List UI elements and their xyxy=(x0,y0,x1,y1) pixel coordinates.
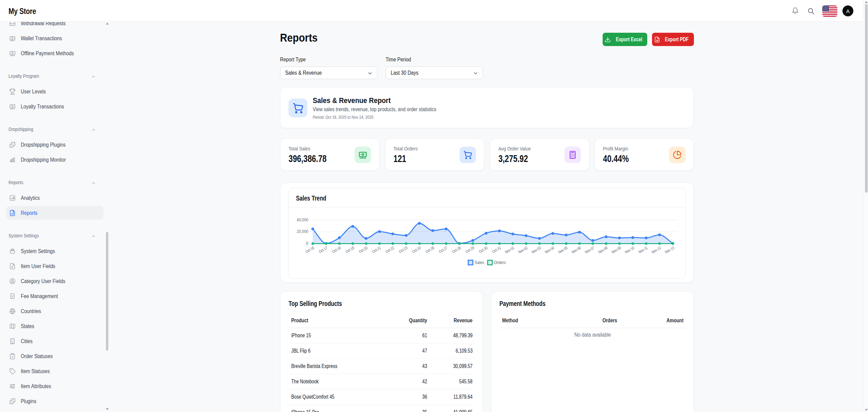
svg-text:Nov 07: Nov 07 xyxy=(584,246,595,254)
svg-text:Oct 27: Oct 27 xyxy=(438,246,448,254)
svg-text:Nov 13: Nov 13 xyxy=(664,246,675,254)
svg-text:Oct 26: Oct 26 xyxy=(425,246,435,254)
svg-text:Oct 28: Oct 28 xyxy=(451,246,462,254)
svg-text:Nov 08: Nov 08 xyxy=(598,246,608,254)
svg-text:Oct 23: Oct 23 xyxy=(398,246,408,254)
svg-text:Nov 12: Nov 12 xyxy=(651,246,662,254)
svg-text:Nov 03: Nov 03 xyxy=(531,246,542,254)
svg-text:Orders: Orders xyxy=(494,260,506,265)
svg-text:Nov 11: Nov 11 xyxy=(638,246,648,254)
svg-text:Oct 20: Oct 20 xyxy=(358,246,368,254)
svg-text:Oct 24: Oct 24 xyxy=(411,246,421,254)
svg-text:Nov 05: Nov 05 xyxy=(557,246,568,254)
svg-text:Nov 01: Nov 01 xyxy=(504,246,515,254)
svg-text:Oct 17: Oct 17 xyxy=(318,246,328,254)
svg-text:Oct 29: Oct 29 xyxy=(465,246,475,254)
svg-text:20,000: 20,000 xyxy=(297,229,308,234)
svg-text:0: 0 xyxy=(306,241,308,246)
svg-text:Nov 10: Nov 10 xyxy=(624,246,635,254)
svg-text:Oct 30: Oct 30 xyxy=(478,246,488,254)
svg-text:Sales: Sales xyxy=(475,260,484,265)
svg-text:40,000: 40,000 xyxy=(297,218,308,222)
svg-text:Oct 19: Oct 19 xyxy=(345,246,355,254)
svg-text:Oct 22: Oct 22 xyxy=(385,246,395,254)
svg-text:Oct 31: Oct 31 xyxy=(491,246,501,254)
svg-text:Oct 16: Oct 16 xyxy=(305,246,315,254)
svg-text:Oct 18: Oct 18 xyxy=(331,246,342,254)
svg-text:Nov 04: Nov 04 xyxy=(544,246,555,254)
svg-text:Oct 21: Oct 21 xyxy=(371,246,382,254)
svg-text:Nov 02: Nov 02 xyxy=(517,246,528,254)
svg-text:Nov 06: Nov 06 xyxy=(571,246,582,254)
svg-text:Nov 09: Nov 09 xyxy=(611,246,622,254)
